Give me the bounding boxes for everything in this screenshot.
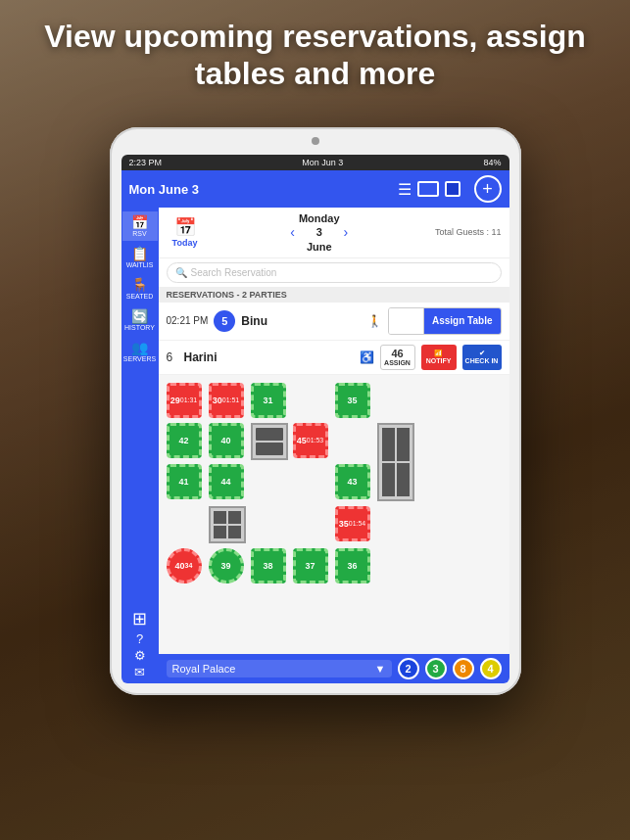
reservation-row-1: 02:21 PM 5 Binu 🚶 Assign Table — [159, 303, 509, 341]
empty-cell — [293, 383, 328, 418]
sidebar-item-servers[interactable]: 👥 SERVERS — [122, 337, 158, 366]
notify-icon: 📶 — [434, 350, 443, 357]
month-name: June — [299, 240, 340, 254]
table-38[interactable]: 38 — [251, 548, 286, 583]
search-bar[interactable]: 🔍 Search Reservation — [167, 262, 502, 283]
table-35[interactable]: 35 — [335, 383, 370, 418]
assign-label-2: ASSIGN — [384, 359, 411, 366]
table-42[interactable]: 42 — [167, 423, 202, 458]
status-time: 2:23 PM — [129, 158, 163, 167]
tablet-frame: 2:23 PM Mon Jun 3 84% Mon June 3 ☰ + 📅 R… — [110, 127, 521, 695]
bottom-tabs: Royal Palace ▼ 2 3 8 4 — [159, 654, 509, 683]
grid-view-icon[interactable] — [445, 181, 460, 197]
table-36[interactable]: 36 — [335, 548, 370, 583]
assign-button-2[interactable]: 46 ASSIGN — [380, 345, 415, 370]
empty-cell — [377, 383, 412, 418]
res1-count: 5 — [214, 310, 235, 332]
section-header: RESERVATIONS - 2 PARTIES — [159, 287, 509, 303]
empty-cell — [335, 423, 370, 458]
sidebar-item-history[interactable]: 🔄 HISTORY — [122, 305, 158, 335]
res1-time: 02:21 PM — [167, 315, 209, 326]
today-button[interactable]: 📅 Today — [167, 216, 204, 248]
calendar-icon: 📅 — [131, 215, 148, 229]
table-37[interactable]: 37 — [293, 548, 328, 583]
guests-count: Total Guests : 11 — [435, 227, 502, 237]
day-name: Monday — [299, 211, 340, 225]
empty-cell — [293, 506, 328, 541]
table-43[interactable]: 43 — [335, 464, 370, 499]
venue-name: Royal Palace — [172, 663, 236, 675]
table-40-circle[interactable]: 4034 — [167, 548, 202, 583]
rect-table-h[interactable] — [377, 423, 414, 501]
help-icon[interactable]: ? — [136, 631, 143, 646]
table-30[interactable]: 3001:51 — [209, 383, 244, 418]
screen: 2:23 PM Mon Jun 3 84% Mon June 3 ☰ + 📅 R… — [121, 155, 509, 683]
res1-name: Binu — [241, 314, 362, 328]
floor-plan-icon[interactable]: ⊞ — [132, 608, 147, 630]
list-view-icon[interactable] — [417, 181, 439, 197]
promo-headline: View upcoming reservations, assign table… — [29, 18, 601, 93]
table-29[interactable]: 2901:31 — [167, 383, 202, 418]
rect-table-small[interactable] — [209, 506, 246, 543]
sidebar-label-rsv: RSV — [132, 230, 146, 237]
mail-icon[interactable]: ✉ — [134, 665, 145, 679]
assign-label[interactable]: Assign Table — [424, 308, 501, 334]
table-45[interactable]: 4501:53 — [293, 423, 328, 458]
date-center: ‹ Monday 3 June › — [210, 211, 429, 254]
nav-icons: ☰ + — [398, 175, 502, 203]
table-35b[interactable]: 3501:54 — [335, 506, 370, 541]
status-battery: 84% — [483, 158, 501, 167]
table-number: 46 — [391, 348, 403, 359]
table-39[interactable]: 39 — [209, 548, 244, 583]
tab-badge-1[interactable]: 2 — [398, 658, 419, 679]
sidebar-item-seated[interactable]: 🪑 SEATED — [122, 274, 158, 303]
settings-icon[interactable]: ⚙ — [134, 648, 146, 663]
floor-map: 2901:31 3001:51 31 35 42 40 4501 — [159, 375, 509, 654]
next-date-button[interactable]: › — [344, 224, 349, 240]
notify-button[interactable]: 📶 NOTIFY — [421, 345, 457, 370]
main-layout: 📅 RSV 📋 WAITLIS 🪑 SEATED 🔄 HISTORY 👥 — [121, 208, 509, 683]
date-nav: 📅 Today ‹ Monday 3 June › Total Guests :… — [159, 208, 509, 258]
today-calendar-icon: 📅 — [174, 216, 196, 238]
empty-cell — [377, 506, 412, 541]
status-bar: 2:23 PM Mon Jun 3 84% — [121, 155, 509, 170]
promo-header: View upcoming reservations, assign table… — [0, 18, 630, 93]
sidebar-bottom: ⊞ ? ⚙ ✉ — [132, 608, 147, 683]
current-date: Monday 3 June — [299, 211, 340, 254]
hamburger-icon[interactable]: ☰ — [398, 180, 412, 199]
checkin-icon: ✔ — [479, 350, 485, 357]
table-44[interactable]: 44 — [209, 464, 244, 499]
top-nav: Mon June 3 ☰ + — [121, 170, 509, 208]
checkin-button[interactable]: ✔ CHECK IN — [462, 345, 502, 370]
checkin-label: CHECK IN — [465, 357, 499, 364]
table-40[interactable]: 40 — [209, 423, 244, 458]
waitlist-icon: 📋 — [131, 247, 148, 260]
sidebar: 📅 RSV 📋 WAITLIS 🪑 SEATED 🔄 HISTORY 👥 — [121, 208, 159, 683]
table-preview-box — [389, 308, 424, 334]
empty-cell — [251, 506, 286, 541]
res2-name: Harini — [184, 350, 354, 364]
assign-table-button[interactable]: Assign Table — [388, 307, 502, 335]
sidebar-label-seated: SEATED — [126, 293, 154, 300]
table-31[interactable]: 31 — [251, 383, 286, 418]
rect-table-v[interactable] — [251, 423, 288, 460]
tab-badge-2[interactable]: 3 — [425, 658, 447, 679]
sidebar-item-rsv[interactable]: 📅 RSV — [122, 211, 158, 241]
empty-cell — [293, 464, 328, 499]
sidebar-label-waitlist: WAITLIS — [126, 261, 154, 268]
res2-num: 6 — [167, 350, 178, 364]
table-41[interactable]: 41 — [167, 464, 202, 499]
nav-title: Mon June 3 — [129, 182, 200, 197]
tab-badge-4[interactable]: 4 — [480, 658, 502, 679]
notify-label: NOTIFY — [426, 357, 452, 364]
tab-badge-3[interactable]: 8 — [453, 658, 474, 679]
content-area: 📅 Today ‹ Monday 3 June › Total Guests :… — [159, 208, 509, 683]
empty-cell — [167, 506, 202, 541]
sidebar-item-waitlist[interactable]: 📋 WAITLIS — [122, 243, 158, 272]
search-icon: 🔍 — [175, 267, 187, 278]
sidebar-label-servers: SERVERS — [123, 355, 156, 362]
venue-selector[interactable]: Royal Palace ▼ — [167, 660, 392, 677]
add-button[interactable]: + — [474, 175, 502, 203]
prev-date-button[interactable]: ‹ — [290, 224, 295, 240]
reservation-row-2: 6 Harini ♿ 46 ASSIGN 📶 NOTIFY ✔ CHECK IN — [159, 341, 509, 375]
